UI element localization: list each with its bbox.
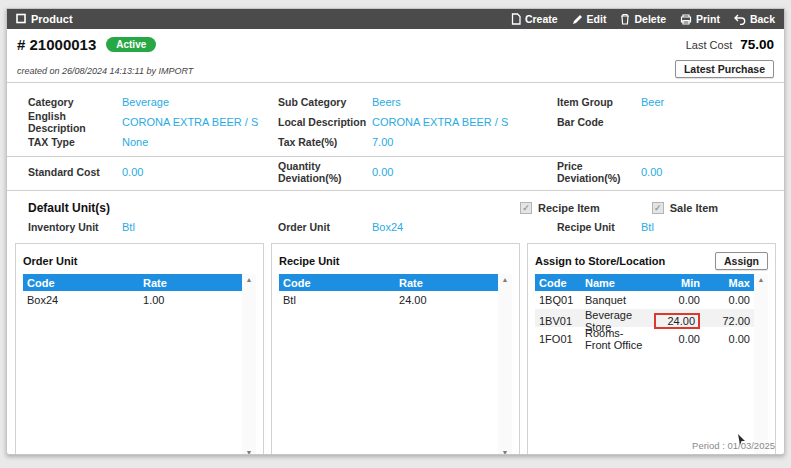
create-button[interactable]: Create <box>511 13 558 25</box>
order-unit-table: Code Rate Box24 1.00 <box>23 274 242 455</box>
checkbox-checked-icon: ✓ <box>652 202 664 214</box>
assign-button[interactable]: Assign <box>715 252 768 270</box>
default-units-heading: Default Unit(s) <box>28 201 110 215</box>
table-row[interactable]: 1BQ01 Banquet 0.00 0.00 <box>535 291 754 309</box>
mouse-cursor-icon <box>737 432 746 450</box>
field-value-sub-category: Beers <box>372 96 401 108</box>
field-label-local-description: Local Description <box>278 116 372 128</box>
product-detail-card: Product Create Edit Delete Print Back <box>6 8 785 455</box>
field-label-quantity-deviation: Quantity Deviation(%) <box>278 160 372 184</box>
recipe-item-checkbox: ✓ Recipe Item <box>520 202 600 214</box>
order-unit-panel-title: Order Unit <box>23 255 77 267</box>
field-label-price-deviation: Price Deviation(%) <box>557 160 641 184</box>
scroll-up-icon[interactable]: ▲ <box>246 276 253 284</box>
field-value-standard-cost: 0.00 <box>122 166 143 178</box>
last-cost-value: 75.00 <box>740 37 774 52</box>
recipe-unit-panel-title: Recipe Unit <box>279 255 340 267</box>
scroll-up-icon[interactable]: ▲ <box>758 276 765 284</box>
field-label-standard-cost: Standard Cost <box>28 166 122 178</box>
highlighted-min-value: 24.00 <box>654 313 700 329</box>
print-button[interactable]: Print <box>680 13 720 25</box>
product-number: # 21000013 <box>17 36 96 53</box>
field-label-order-unit: Order Unit <box>278 221 372 233</box>
scroll-up-icon[interactable]: ▲ <box>502 276 509 284</box>
assign-store-panel: Assign to Store/Location Assign Code Nam… <box>527 243 776 455</box>
status-badge: Active <box>106 37 156 52</box>
page-title: Product <box>31 13 73 25</box>
scrollbar[interactable]: ▲ ▼ <box>754 274 768 455</box>
checkbox-checked-icon: ✓ <box>520 202 532 214</box>
table-header: Code Name Min Max <box>535 274 754 291</box>
table-row[interactable]: 1FO01 Rooms-Front Office 0.00 0.00 <box>535 327 754 345</box>
field-value-item-group: Beer <box>641 96 664 108</box>
scrollbar[interactable]: ▲ ▼ <box>242 274 256 455</box>
assign-table: Code Name Min Max 1BQ01 Banquet 0.00 0.0… <box>535 274 754 455</box>
delete-button[interactable]: Delete <box>620 13 666 25</box>
order-unit-panel: Order Unit Code Rate Box24 1.00 ▲ ▼ <box>15 243 264 455</box>
sale-item-checkbox: ✓ Sale Item <box>652 202 718 214</box>
field-label-english-description: English Description <box>28 110 122 134</box>
print-icon <box>680 14 692 25</box>
field-label-inventory-unit: Inventory Unit <box>28 221 122 233</box>
field-value-english-description: CORONA EXTRA BEER / S <box>122 116 258 128</box>
field-label-item-group: Item Group <box>557 96 641 108</box>
recipe-unit-table: Code Rate Btl 24.00 <box>279 274 498 455</box>
create-icon <box>511 13 521 25</box>
edit-pencil-icon <box>572 14 583 25</box>
field-label-sub-category: Sub Category <box>278 96 372 108</box>
table-row[interactable]: 1BV01 Beverage Store 24.00 72.00 <box>535 309 754 327</box>
latest-purchase-button[interactable]: Latest Purchase <box>675 60 774 78</box>
last-cost-label: Last Cost <box>686 39 732 51</box>
table-header: Code Rate <box>279 274 498 291</box>
field-value-recipe-unit: Btl <box>641 221 654 233</box>
field-label-recipe-unit: Recipe Unit <box>557 221 641 233</box>
product-icon <box>16 13 26 26</box>
field-value-inventory-unit: Btl <box>122 221 135 233</box>
field-value-category: Beverage <box>122 96 169 108</box>
table-header: Code Rate <box>23 274 242 291</box>
edit-button[interactable]: Edit <box>572 13 607 25</box>
field-value-order-unit: Box24 <box>372 221 403 233</box>
table-row[interactable]: Btl 24.00 <box>279 291 498 309</box>
field-value-tax-type: None <box>122 136 148 148</box>
field-label-bar-code: Bar Code <box>557 116 641 128</box>
field-label-tax-rate: Tax Rate(%) <box>278 136 372 148</box>
created-info: created on 26/08/2024 14:13:11 by IMPORT <box>17 66 193 78</box>
assign-panel-title: Assign to Store/Location <box>535 255 665 267</box>
delete-trash-icon <box>620 13 630 25</box>
scroll-down-icon[interactable]: ▼ <box>246 449 253 455</box>
period-label: Period : 01/03/2025 <box>692 440 775 451</box>
field-value-local-description: CORONA EXTRA BEER / S <box>372 116 508 128</box>
field-label-category: Category <box>28 96 122 108</box>
titlebar: Product Create Edit Delete Print Back <box>7 9 784 29</box>
scrollbar[interactable]: ▲ ▼ <box>498 274 512 455</box>
recipe-unit-panel: Recipe Unit Code Rate Btl 24.00 ▲ ▼ <box>271 243 520 455</box>
back-button[interactable]: Back <box>734 13 775 25</box>
field-value-tax-rate: 7.00 <box>372 136 393 148</box>
field-value-quantity-deviation: 0.00 <box>372 166 393 178</box>
back-arrow-icon <box>734 14 746 25</box>
scroll-down-icon[interactable]: ▼ <box>502 449 509 455</box>
field-value-price-deviation: 0.00 <box>641 166 662 178</box>
field-label-tax-type: TAX Type <box>28 136 122 148</box>
table-row[interactable]: Box24 1.00 <box>23 291 242 309</box>
